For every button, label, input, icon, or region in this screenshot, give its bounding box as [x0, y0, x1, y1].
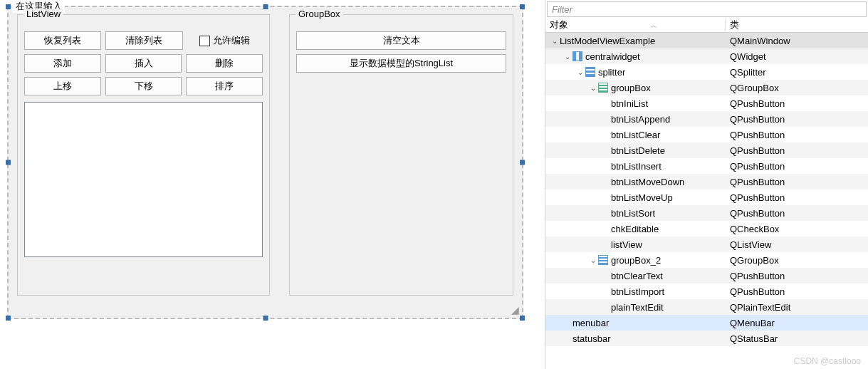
class-name: QPushButton: [726, 145, 868, 156]
object-name: btnIniList: [611, 98, 648, 109]
btn-add[interactable]: 添加: [24, 54, 101, 73]
btn-clear-list[interactable]: 清除列表: [105, 31, 182, 50]
object-name: btnListMoveDown: [611, 177, 684, 187]
tree-row[interactable]: ⌄centralwidgetQWidget: [545, 48, 868, 64]
class-name: QPushButton: [726, 177, 868, 187]
resize-handle[interactable]: [6, 4, 11, 9]
class-name: QPushButton: [726, 286, 868, 297]
groupbox-listview[interactable]: ListView 恢复列表 清除列表 允许编辑 添加 插入 删除 上移 下移 排…: [17, 14, 270, 296]
object-name: btnListImport: [611, 286, 664, 297]
class-name: QStatusBar: [726, 333, 868, 344]
listview-widget[interactable]: [24, 102, 263, 257]
tree-row[interactable]: btnListMoveUpQPushButton: [545, 189, 868, 205]
tree-row[interactable]: ⌄groupBoxQGroupBox: [545, 80, 868, 95]
expander-icon[interactable]: ⌄: [590, 84, 597, 92]
class-name: QCheckBox: [726, 224, 868, 234]
btn-sort[interactable]: 排序: [186, 77, 263, 95]
object-name: btnListInsert: [611, 161, 662, 172]
class-name: QListView: [726, 239, 868, 250]
class-name: QMenuBar: [726, 318, 868, 328]
tree-row[interactable]: plainTextEditQPlainTextEdit: [545, 299, 868, 315]
tree-header: 对象 ︿ 类: [545, 17, 868, 33]
resize-handle[interactable]: [6, 316, 11, 321]
object-name: menubar: [572, 318, 609, 328]
btn-clear-text[interactable]: 清空文本: [296, 31, 506, 50]
resize-handle[interactable]: [6, 160, 11, 165]
watermark: CSDN @castlooo: [794, 356, 861, 366]
object-name: ListModelViewExample: [560, 36, 655, 46]
checkbox-icon[interactable]: [199, 36, 210, 46]
tree-row[interactable]: btnListInsertQPushButton: [545, 158, 868, 174]
object-name: btnListAppend: [611, 114, 670, 125]
tree-row[interactable]: btnIniListQPushButton: [545, 95, 868, 111]
object-name: btnClearText: [611, 271, 663, 281]
class-name: QWidget: [726, 51, 868, 62]
tree-row[interactable]: listViewQListView: [545, 237, 868, 252]
groupbox-right[interactable]: GroupBox 清空文本 显示数据模型的StringList: [289, 14, 513, 296]
expander-icon[interactable]: ⌄: [577, 68, 584, 76]
object-inspector-pane: Filter 对象 ︿ 类 ⌄ListModelViewExampleQMain…: [545, 0, 868, 369]
expander-icon[interactable]: ⌄: [551, 37, 558, 45]
class-name: QSplitter: [726, 67, 868, 78]
btn-restore-list[interactable]: 恢复列表: [24, 31, 101, 50]
header-class[interactable]: 类: [726, 19, 868, 31]
expander-icon[interactable]: ⌄: [564, 53, 571, 61]
tree-row[interactable]: statusbarQStatusBar: [545, 331, 868, 346]
groupbox-listview-title: ListView: [23, 9, 63, 19]
btn-insert[interactable]: 插入: [105, 54, 182, 73]
btn-move-down[interactable]: 下移: [105, 77, 182, 95]
class-name: QPushButton: [726, 130, 868, 140]
class-name: QMainWindow: [726, 36, 868, 46]
class-name: QGroupBox: [726, 255, 868, 266]
tree-row[interactable]: btnListMoveDownQPushButton: [545, 174, 868, 189]
class-name: QPlainTextEdit: [726, 302, 868, 313]
tree-row[interactable]: btnListImportQPushButton: [545, 284, 868, 299]
resize-handle[interactable]: [520, 160, 525, 165]
tree-row[interactable]: btnListDeleteQPushButton: [545, 142, 868, 158]
tree-row[interactable]: ⌄ListModelViewExampleQMainWindow: [545, 33, 868, 48]
object-name: btnListClear: [611, 130, 660, 140]
size-grip-icon[interactable]: ◢: [509, 305, 519, 315]
object-name: listView: [611, 239, 642, 250]
object-name: chkEditable: [611, 224, 659, 234]
object-name: plainTextEdit: [611, 302, 664, 313]
expander-icon[interactable]: ⌄: [590, 256, 597, 264]
chk-editable-label: 允许编辑: [213, 34, 250, 47]
grid-icon: [598, 83, 608, 93]
form-canvas[interactable]: 在这里输入 ListView 恢复列表 清除列表 允许编辑 添加 插入 删除: [7, 6, 523, 319]
layout-icon: [572, 51, 582, 61]
tree-row[interactable]: menubarQMenuBar: [545, 315, 868, 331]
tree-row[interactable]: btnClearTextQPushButton: [545, 268, 868, 284]
class-name: QPushButton: [726, 161, 868, 172]
tree-row[interactable]: ⌄groupBox_2QGroupBox: [545, 252, 868, 268]
btn-delete[interactable]: 删除: [186, 54, 263, 73]
groupbox-right-title: GroupBox: [296, 9, 343, 19]
header-object[interactable]: 对象 ︿: [545, 19, 726, 31]
tree-row[interactable]: btnListClearQPushButton: [545, 127, 868, 142]
chk-editable-wrap[interactable]: 允许编辑: [187, 31, 263, 50]
lines-icon: [598, 255, 608, 265]
tree-row[interactable]: btnListSortQPushButton: [545, 205, 868, 221]
resize-handle[interactable]: [520, 316, 525, 321]
form-designer-pane: 在这里输入 ListView 恢复列表 清除列表 允许编辑 添加 插入 删除: [0, 0, 545, 369]
resize-handle[interactable]: [263, 316, 268, 321]
class-name: QGroupBox: [726, 83, 868, 93]
object-name: splitter: [598, 67, 625, 78]
object-name: groupBox: [611, 83, 651, 93]
split-icon: [585, 67, 595, 77]
object-name: btnListMoveUp: [611, 192, 673, 203]
object-name: groupBox_2: [611, 255, 661, 266]
btn-move-up[interactable]: 上移: [24, 77, 101, 95]
class-name: QPushButton: [726, 192, 868, 203]
resize-handle[interactable]: [263, 4, 268, 9]
btn-show-stringlist[interactable]: 显示数据模型的StringList: [296, 54, 506, 73]
tree-row[interactable]: ⌄splitterQSplitter: [545, 64, 868, 80]
tree-row[interactable]: btnListAppendQPushButton: [545, 111, 868, 127]
object-name: btnListSort: [611, 208, 655, 219]
tree-row[interactable]: chkEditableQCheckBox: [545, 221, 868, 237]
class-name: QPushButton: [726, 271, 868, 281]
resize-handle[interactable]: [520, 4, 525, 9]
object-name: statusbar: [572, 333, 610, 344]
object-tree[interactable]: ⌄ListModelViewExampleQMainWindow⌄central…: [545, 33, 868, 369]
filter-input[interactable]: Filter: [547, 1, 867, 17]
